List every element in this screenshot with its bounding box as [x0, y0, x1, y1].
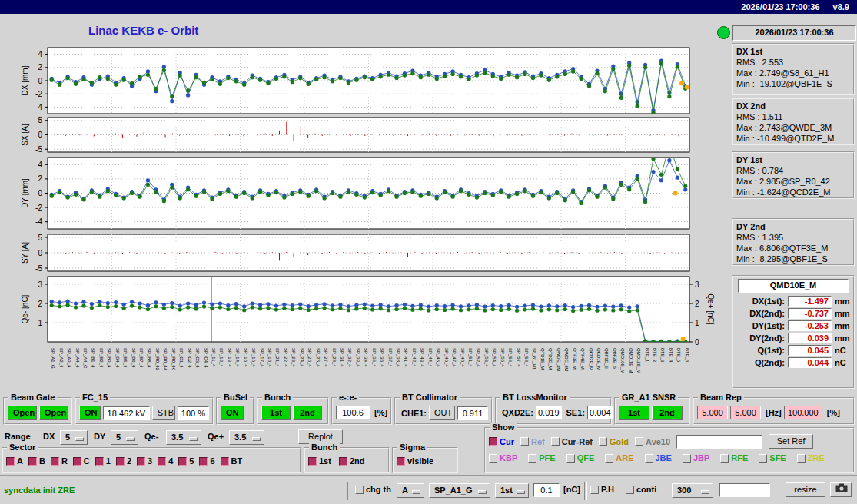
- checkbox-icon[interactable]: [116, 457, 125, 466]
- sector-checkbox-b[interactable]: B: [28, 456, 45, 466]
- range-qe-plus-select[interactable]: 3.5: [229, 430, 264, 445]
- count-select[interactable]: 300: [672, 483, 713, 498]
- checkbox-icon[interactable]: [626, 486, 634, 494]
- show-pfe-checkbox[interactable]: PFE: [528, 453, 555, 463]
- checkbox-icon[interactable]: [797, 454, 806, 463]
- set-ref-button[interactable]: Set Ref: [769, 434, 813, 449]
- ph-checkbox[interactable]: P.H: [590, 485, 614, 494]
- sector-checkbox-r[interactable]: R: [51, 456, 68, 466]
- checkbox-icon[interactable]: [590, 486, 599, 494]
- bunch-checkbox-1st[interactable]: 1st: [308, 456, 331, 466]
- beam-gate-open-button-1[interactable]: Open: [8, 406, 37, 420]
- sector-checkbox-6[interactable]: 6: [199, 456, 214, 466]
- sector-checkbox-4[interactable]: 4: [158, 456, 173, 466]
- show-ref-checkbox[interactable]: Ref: [520, 437, 545, 446]
- checkbox-icon[interactable]: [158, 457, 166, 466]
- checkbox-label: 4: [168, 456, 173, 466]
- chg-th-checkbox[interactable]: chg th: [355, 485, 391, 494]
- fc15-on-button[interactable]: ON: [79, 406, 101, 420]
- checkbox-icon[interactable]: [720, 454, 729, 463]
- sector-checkbox-2[interactable]: 2: [116, 456, 131, 466]
- show-sfe-checkbox[interactable]: SFE: [759, 453, 786, 463]
- show-cur-ref-checkbox[interactable]: Cur-Ref: [551, 437, 593, 446]
- range-dx-select[interactable]: 5: [60, 430, 88, 445]
- resize-button[interactable]: resize: [786, 482, 825, 497]
- bunch-2nd-button[interactable]: 2nd: [293, 406, 322, 420]
- checkbox-icon[interactable]: [566, 454, 575, 463]
- checkbox-icon[interactable]: [339, 457, 347, 466]
- orbit-plots: 420-2-4DX [mm]50-5SX [A]420-2-4DY [mm]50…: [0, 42, 715, 396]
- sector-checkbox-5[interactable]: 5: [178, 456, 194, 466]
- show-jbe-checkbox[interactable]: JBE: [645, 453, 672, 463]
- checkbox-icon[interactable]: [178, 457, 187, 466]
- checkbox-icon[interactable]: [73, 457, 81, 466]
- ref-name-input[interactable]: [676, 435, 762, 449]
- stats-title: DX 1st: [736, 46, 850, 57]
- che1-out-button[interactable]: OUT: [429, 406, 455, 420]
- group-label: Sigma: [397, 443, 427, 453]
- range-dy-select[interactable]: 5: [111, 430, 138, 445]
- show-are-checkbox[interactable]: ARE: [605, 453, 633, 463]
- checkbox-icon[interactable]: [683, 454, 691, 463]
- show-zre-checkbox[interactable]: ZRE: [797, 453, 825, 463]
- show-kbp-checkbox[interactable]: KBP: [489, 453, 517, 463]
- snapshot-button[interactable]: [830, 482, 852, 497]
- checkbox-icon[interactable]: [528, 454, 536, 463]
- checkbox-icon[interactable]: [51, 457, 59, 466]
- free-entry-input[interactable]: [719, 483, 770, 497]
- show-ave10-checkbox[interactable]: Ave10: [635, 437, 670, 446]
- checkbox-icon[interactable]: [599, 437, 607, 446]
- fc15-duty-field: 100 %: [178, 406, 209, 420]
- sector-checkbox-1[interactable]: 1: [95, 456, 111, 466]
- checkbox-icon[interactable]: [645, 454, 653, 463]
- beam-gate-open-button-2[interactable]: Open: [39, 406, 68, 420]
- checkbox-icon[interactable]: [759, 454, 767, 463]
- show-rfe-checkbox[interactable]: RFE: [720, 453, 748, 463]
- checkbox-icon[interactable]: [551, 437, 560, 446]
- checkbox-icon[interactable]: [489, 437, 497, 446]
- checkbox-icon[interactable]: [355, 486, 364, 494]
- sector-checkbox-c[interactable]: C: [73, 456, 90, 466]
- checkbox-icon[interactable]: [308, 457, 317, 466]
- range-qe-minus-select[interactable]: 3.5: [166, 430, 201, 445]
- show-gold-checkbox[interactable]: Gold: [599, 437, 629, 446]
- show-cur-checkbox[interactable]: Cur: [489, 437, 514, 446]
- checkbox-icon[interactable]: [221, 457, 229, 466]
- sigma-visible-checkbox[interactable]: visible: [397, 456, 433, 466]
- svg-text:SP_28_4: SP_28_4: [332, 348, 337, 367]
- ee-ratio-unit: [%]: [374, 408, 387, 417]
- checkbox-icon[interactable]: [199, 457, 208, 466]
- sector-checkbox-a[interactable]: A: [6, 456, 23, 466]
- show-qfe-checkbox[interactable]: QFE: [566, 453, 595, 463]
- sector-checkbox-3[interactable]: 3: [137, 456, 152, 466]
- checkbox-icon[interactable]: [28, 457, 37, 466]
- checkbox-icon[interactable]: [95, 457, 104, 466]
- checkbox-icon[interactable]: [397, 457, 405, 466]
- gr-a1-2nd-button[interactable]: 2nd: [652, 406, 683, 420]
- sector-checkbox-bt[interactable]: BT: [221, 456, 243, 466]
- bunch-1st-button[interactable]: 1st: [261, 406, 291, 420]
- svg-text:1: 1: [695, 319, 699, 327]
- svg-text:-4: -4: [35, 103, 42, 111]
- bunch-select[interactable]: 1st: [495, 483, 529, 498]
- busel-on-button[interactable]: ON: [221, 406, 244, 420]
- checkbox-icon[interactable]: [489, 454, 497, 463]
- threshold-input[interactable]: [533, 483, 560, 497]
- monitor-row: DY(2nd): 0.039 mm: [736, 333, 850, 343]
- checkbox-icon[interactable]: [635, 437, 643, 446]
- sector-select[interactable]: A: [397, 483, 424, 498]
- svg-text:SP_23_4: SP_23_4: [291, 348, 296, 367]
- checkbox-icon[interactable]: [605, 454, 613, 463]
- gr-a1-1st-button[interactable]: 1st: [619, 406, 649, 420]
- show-jbp-checkbox[interactable]: JBP: [683, 453, 709, 463]
- fc15-stb-button[interactable]: STB: [152, 406, 175, 420]
- checkbox-icon[interactable]: [520, 437, 529, 446]
- svg-text:SP_12_4: SP_12_4: [219, 348, 224, 367]
- monitor-label: DY(2nd):: [736, 333, 785, 343]
- bunch-checkbox-2nd[interactable]: 2nd: [339, 456, 365, 466]
- ee-ratio-input[interactable]: [336, 406, 370, 419]
- checkbox-icon[interactable]: [6, 457, 15, 466]
- conti-checkbox[interactable]: conti: [626, 485, 656, 494]
- checkbox-icon[interactable]: [137, 457, 145, 466]
- bpm-select[interactable]: SP_A1_G: [429, 483, 490, 498]
